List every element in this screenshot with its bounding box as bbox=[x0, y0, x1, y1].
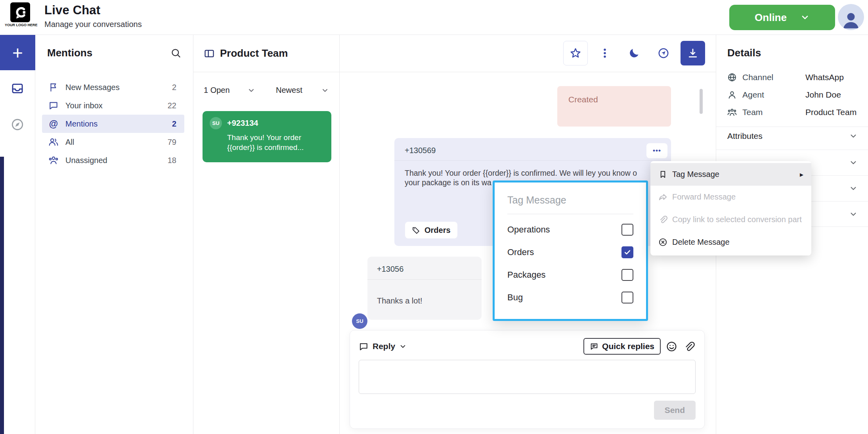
search-icon[interactable] bbox=[170, 48, 181, 58]
attributes-section-header[interactable]: Attributes bbox=[716, 127, 868, 145]
app-header: YOUR LOGO HERE Live Chat Manage your con… bbox=[0, 0, 868, 35]
sidebar-item-count: 22 bbox=[168, 101, 176, 110]
bubble-divider bbox=[367, 279, 482, 280]
tag-option-bug[interactable]: Bug bbox=[507, 286, 633, 309]
team-title: Product Team bbox=[220, 47, 288, 60]
more-options-button[interactable] bbox=[593, 41, 617, 65]
inbox-icon[interactable] bbox=[11, 82, 24, 95]
rail-dark-strip bbox=[0, 157, 4, 434]
live-chat-app: YOUR LOGO HERE Live Chat Manage your con… bbox=[0, 0, 868, 434]
nav-rail: + bbox=[0, 35, 35, 434]
mentions-list: New Messages 2 Your inbox 22 @ Mentions … bbox=[35, 78, 193, 169]
logo-text: YOUR LOGO HERE bbox=[5, 23, 36, 27]
mentions-header: Mentions bbox=[35, 35, 193, 59]
globe-icon bbox=[727, 73, 737, 82]
main-area: + Mentions New Messages 2 bbox=[0, 35, 868, 434]
chevron-down-icon[interactable] bbox=[399, 343, 407, 350]
paperclip-icon bbox=[658, 215, 667, 224]
favorite-button[interactable] bbox=[563, 41, 588, 65]
people-icon bbox=[48, 137, 59, 147]
menu-item-label: Forward Message bbox=[672, 192, 736, 202]
online-status-button[interactable]: Online bbox=[729, 5, 835, 30]
open-filter-dropdown[interactable]: 1 Open bbox=[204, 86, 255, 95]
snooze-button[interactable] bbox=[622, 41, 646, 65]
detail-label: Channel bbox=[742, 73, 805, 82]
tag-option-packages[interactable]: Packages bbox=[507, 263, 633, 286]
incoming-message-bubble-2: +13056 Thanks a lot! bbox=[367, 257, 482, 320]
tag-option-orders[interactable]: Orders bbox=[507, 241, 633, 263]
popup-divider bbox=[507, 214, 633, 214]
sidebar-item-count: 2 bbox=[172, 119, 176, 129]
tag-option-operations[interactable]: Operations bbox=[507, 218, 633, 241]
chevron-down-icon bbox=[849, 210, 858, 219]
sidebar-item-count: 18 bbox=[168, 156, 176, 165]
reply-textarea[interactable] bbox=[359, 360, 696, 394]
quick-replies-button[interactable]: Quick replies bbox=[583, 338, 661, 355]
user-avatar[interactable] bbox=[838, 4, 864, 30]
quick-reply-icon bbox=[590, 342, 598, 351]
forward-icon bbox=[658, 192, 667, 202]
message-context-menu: Tag Message ▸ Forward Message Copy link … bbox=[650, 161, 811, 255]
delete-circle-icon bbox=[658, 238, 667, 247]
conversation-card[interactable]: SU +923134 Thank you! Your order {{order… bbox=[203, 111, 331, 162]
detail-value: Product Team bbox=[805, 108, 857, 117]
message-line-1: Thank you! Your order {{order}} is confi… bbox=[405, 168, 663, 178]
attachment-button[interactable] bbox=[682, 340, 696, 353]
navigate-button[interactable] bbox=[651, 41, 676, 65]
page-title: Live Chat bbox=[44, 3, 142, 17]
sidebar-item-new-messages[interactable]: New Messages 2 bbox=[42, 78, 184, 96]
detail-label: Team bbox=[742, 108, 805, 117]
flag-icon bbox=[48, 82, 59, 92]
chat-toolbar bbox=[563, 41, 705, 65]
contact-avatar: SU bbox=[210, 117, 222, 129]
tag-option-label: Operations bbox=[507, 225, 550, 235]
message-options-button[interactable]: ••• bbox=[646, 143, 667, 158]
sidebar-item-your-inbox[interactable]: Your inbox 22 bbox=[42, 96, 184, 115]
reply-composer: Reply Quick replies bbox=[350, 330, 705, 429]
person-icon bbox=[840, 9, 862, 30]
message-sender: +13056 bbox=[377, 265, 403, 274]
sidebar-item-unassigned[interactable]: Unassigned 18 bbox=[42, 151, 184, 169]
sidebar-item-mentions[interactable]: @ Mentions 2 bbox=[42, 115, 184, 133]
checkbox[interactable] bbox=[621, 224, 633, 236]
person-icon bbox=[727, 90, 737, 100]
detail-label: Agent bbox=[742, 90, 805, 100]
online-status-label: Online bbox=[755, 12, 787, 24]
quick-replies-label: Quick replies bbox=[602, 342, 654, 351]
reply-bubble-icon bbox=[359, 342, 369, 351]
message-tag-chip[interactable]: Orders bbox=[405, 222, 457, 238]
bookmark-icon bbox=[658, 170, 667, 179]
team-icon bbox=[727, 108, 737, 117]
sidebar-item-all[interactable]: All 79 bbox=[42, 133, 184, 151]
sidebar-item-count: 2 bbox=[172, 83, 176, 92]
smiley-icon bbox=[666, 341, 677, 352]
menu-item-label: Tag Message bbox=[672, 170, 719, 179]
new-conversation-button[interactable]: + bbox=[0, 35, 35, 70]
sidebar-item-label: New Messages bbox=[65, 83, 120, 92]
tag-popup-title: Tag Message bbox=[507, 191, 633, 206]
message-tag-label: Orders bbox=[424, 226, 451, 235]
checkbox[interactable] bbox=[621, 246, 633, 258]
tag-option-label: Bug bbox=[507, 292, 523, 303]
download-icon bbox=[687, 47, 699, 59]
checkbox[interactable] bbox=[621, 292, 633, 303]
sidebar-item-label: Mentions bbox=[65, 119, 98, 129]
at-icon: @ bbox=[48, 119, 59, 129]
menu-item-tag-message[interactable]: Tag Message ▸ bbox=[650, 163, 811, 186]
menu-item-copy-link: Copy link to selected conversion part bbox=[650, 208, 811, 231]
details-title: Details bbox=[716, 35, 868, 59]
compass-icon[interactable] bbox=[11, 118, 24, 131]
check-icon bbox=[623, 248, 631, 256]
sidebar-item-count: 79 bbox=[168, 138, 176, 147]
ellipsis-icon: ••• bbox=[653, 147, 661, 155]
scrollbar-thumb[interactable] bbox=[700, 89, 703, 114]
checkbox[interactable] bbox=[621, 269, 633, 281]
menu-item-delete-message[interactable]: Delete Message bbox=[650, 231, 811, 253]
sort-filter-dropdown[interactable]: Newest bbox=[276, 86, 329, 95]
detail-row-channel: Channel WhatsApp bbox=[716, 69, 868, 86]
export-button[interactable] bbox=[681, 41, 705, 65]
message-text: Thanks a lot! bbox=[377, 296, 423, 305]
tag-message-popup: Tag Message Operations Orders Packages bbox=[493, 181, 648, 321]
emoji-button[interactable] bbox=[665, 340, 678, 353]
send-button[interactable]: Send bbox=[654, 401, 696, 420]
